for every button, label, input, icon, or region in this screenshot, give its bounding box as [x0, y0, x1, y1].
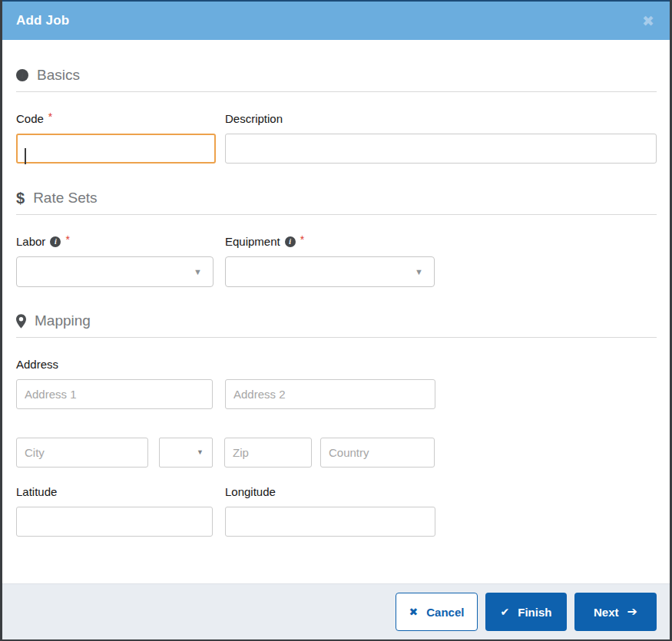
section-heading-mapping: Mapping	[16, 312, 657, 329]
description-label: Description	[225, 112, 657, 126]
longitude-input[interactable]	[225, 507, 435, 537]
address1-input[interactable]	[16, 379, 213, 409]
section-heading-basics: i Basics	[16, 67, 657, 84]
latitude-column: Latitude	[16, 468, 225, 537]
equipment-column: Equipment i * ▼	[225, 215, 657, 287]
arrow-right-icon: ➔	[627, 606, 637, 618]
next-button[interactable]: Next ➔	[574, 593, 657, 631]
code-label: Code *	[16, 112, 225, 126]
chevron-down-icon: ▼	[197, 449, 204, 456]
longitude-column: Longitude	[225, 468, 657, 537]
longitude-label-text: Longitude	[225, 485, 276, 499]
latitude-input[interactable]	[16, 507, 213, 537]
info-circle-icon: i	[285, 236, 296, 247]
text-caret	[25, 148, 26, 164]
description-column: Description	[225, 92, 657, 164]
x-icon: ✖	[409, 606, 419, 617]
required-asterisk: *	[65, 233, 69, 246]
address1-column	[16, 372, 225, 409]
equipment-label-text: Equipment	[225, 235, 280, 249]
section-title-mapping: Mapping	[35, 312, 91, 329]
chevron-down-icon: ▼	[415, 268, 423, 276]
check-icon: ✔	[501, 606, 510, 617]
cancel-button[interactable]: ✖ Cancel	[396, 593, 478, 631]
map-marker-icon	[16, 314, 26, 329]
code-column: Code *	[16, 92, 225, 164]
state-select[interactable]: ▼	[159, 438, 213, 468]
labor-column: Labor i * ▼	[16, 215, 225, 287]
finish-button[interactable]: ✔ Finish	[485, 593, 567, 631]
info-circle-icon: i	[16, 69, 28, 81]
next-button-label: Next	[594, 606, 619, 619]
section-title-basics: Basics	[37, 67, 80, 84]
chevron-down-icon: ▼	[194, 268, 202, 276]
modal-title: Add Job	[16, 13, 69, 28]
code-description-row: Code * Description	[16, 92, 657, 164]
code-input-wrap	[16, 134, 216, 164]
modal-body: i Basics Code * Description	[2, 40, 670, 583]
code-input[interactable]	[16, 134, 216, 164]
address2-input[interactable]	[225, 379, 435, 409]
lat-long-row: Latitude Longitude	[16, 468, 657, 537]
address-row	[16, 372, 657, 409]
modal-header: Add Job ✖	[2, 2, 670, 40]
finish-button-label: Finish	[518, 606, 551, 619]
add-job-modal: Add Job ✖ i Basics Code * Des	[2, 0, 670, 639]
labor-label-text: Labor	[16, 235, 45, 249]
address-label: Address	[16, 358, 657, 372]
close-icon[interactable]: ✖	[642, 14, 654, 28]
address-label-text: Address	[16, 358, 58, 372]
code-label-text: Code	[16, 112, 44, 126]
latitude-label: Latitude	[16, 485, 225, 499]
labor-label: Labor i *	[16, 235, 225, 249]
modal-footer: ✖ Cancel ✔ Finish Next ➔	[2, 583, 670, 639]
equipment-select[interactable]: ▼	[225, 256, 435, 287]
description-input[interactable]	[225, 134, 657, 164]
country-input[interactable]	[320, 438, 435, 468]
longitude-label: Longitude	[225, 485, 657, 499]
city-input[interactable]	[16, 438, 148, 468]
equipment-label: Equipment i *	[225, 235, 657, 249]
description-label-text: Description	[225, 112, 283, 126]
address2-column	[225, 372, 657, 409]
required-asterisk: *	[300, 233, 304, 246]
section-title-rate-sets: Rate Sets	[33, 190, 97, 207]
city-state-zip-row: ▼	[16, 438, 657, 468]
info-circle-icon: i	[50, 236, 61, 247]
required-asterisk: *	[48, 110, 52, 124]
dollar-icon: $	[16, 190, 25, 207]
labor-select[interactable]: ▼	[16, 256, 214, 287]
section-heading-rate-sets: $ Rate Sets	[16, 190, 657, 207]
latitude-label-text: Latitude	[16, 485, 57, 499]
rate-sets-row: Labor i * ▼ Equipment i * ▼	[16, 215, 657, 287]
cancel-button-label: Cancel	[426, 606, 464, 619]
section-rule	[16, 337, 657, 338]
zip-input[interactable]	[224, 438, 312, 468]
